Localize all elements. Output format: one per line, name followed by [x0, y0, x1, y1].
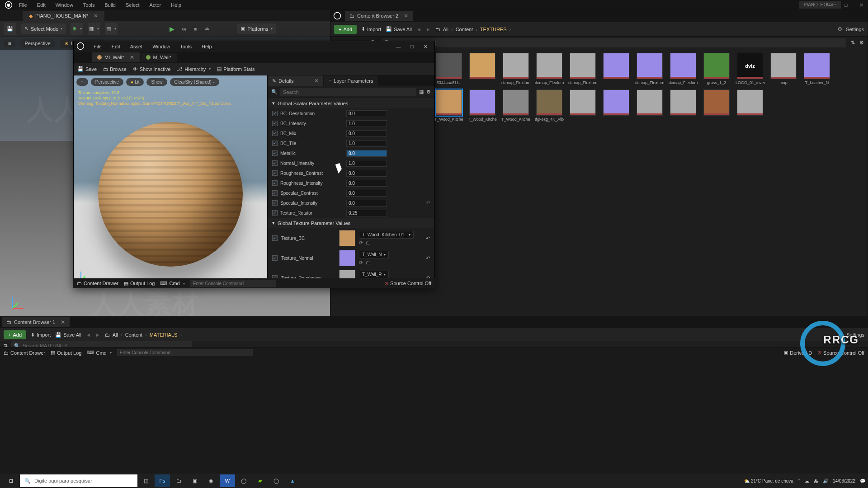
mat-menu-tools[interactable]: Tools: [175, 42, 196, 51]
tray-cloud-icon[interactable]: ☁: [805, 479, 809, 483]
import-button[interactable]: ⬇Import: [31, 332, 51, 338]
section-scalar-params[interactable]: ▾Global Scalar Parameter Values: [268, 98, 434, 108]
preview-show[interactable]: Show: [146, 78, 167, 86]
eject-button[interactable]: ⏏: [203, 24, 212, 33]
mat-tab-mi-wall[interactable]: MI_Wall* ✕: [92, 52, 140, 62]
viewport-perspective-button[interactable]: Perspective: [20, 39, 55, 47]
section-texture-params[interactable]: ▾Global Texture Parameter Values: [268, 218, 434, 228]
ue-launcher-icon[interactable]: ◯: [236, 474, 251, 487]
source-control-button[interactable]: ⊘Source Control Off: [384, 281, 431, 286]
asset-tile[interactable]: [702, 89, 731, 122]
filter-icon[interactable]: ⇅: [851, 40, 855, 46]
param-value-input[interactable]: 0.0: [346, 130, 387, 137]
preview-lit[interactable]: ● Lit: [126, 78, 144, 86]
platforms-button[interactable]: ▣ Platforms ▾: [237, 23, 276, 34]
asset-tile[interactable]: dcmap_Flexform_Ettore_rgloss_: [568, 53, 597, 85]
asset-tile[interactable]: dcmap_Flexform_Ettore_rgloss_: [635, 53, 664, 85]
param-checkbox[interactable]: ✓: [272, 141, 278, 146]
mat-tab-m-wall[interactable]: M_Wall*: [141, 53, 177, 62]
word-icon[interactable]: W: [220, 474, 235, 487]
asset-tile[interactable]: [602, 89, 631, 122]
texture-thumbnail[interactable]: [339, 230, 355, 246]
param-value-input[interactable]: 1.0: [346, 160, 387, 167]
asset-tile[interactable]: [669, 89, 698, 122]
param-value-input[interactable]: 0.0: [346, 150, 387, 157]
gear-icon[interactable]: ⚙: [426, 89, 431, 95]
explorer-icon[interactable]: 🗀: [171, 474, 186, 487]
texture-dropdown[interactable]: T_Wall_N ▾: [359, 251, 389, 258]
asset-tile[interactable]: [602, 53, 631, 85]
param-checkbox[interactable]: ✓: [272, 210, 278, 216]
close-icon[interactable]: ✕: [854, 0, 868, 10]
texture-thumbnail[interactable]: [339, 250, 355, 266]
param-checkbox[interactable]: ✓: [272, 111, 278, 116]
param-value-input[interactable]: 0.0: [346, 110, 387, 117]
chrome-icon[interactable]: ◉: [203, 474, 219, 487]
mat-menu-edit[interactable]: Edit: [107, 42, 125, 51]
asset-tile[interactable]: grass_1_2: [702, 53, 731, 85]
tab-details[interactable]: ✎Details✕: [268, 75, 323, 86]
asset-tile[interactable]: dcmap_Flexform_Ettore_diff_4_: [535, 53, 564, 85]
nvidia-icon[interactable]: ▰: [252, 474, 268, 487]
notifications-icon[interactable]: 💬: [860, 479, 865, 483]
add-button[interactable]: +Add: [4, 330, 26, 339]
use-selected-icon[interactable]: ⟳: [359, 260, 363, 266]
cmd-dropdown[interactable]: ⌨Cmd: [87, 350, 111, 356]
asset-tile[interactable]: map: [769, 53, 798, 85]
crumb-content[interactable]: Content: [125, 332, 143, 338]
param-value-input[interactable]: 0.0: [346, 200, 387, 206]
photoshop-icon[interactable]: Ps: [155, 474, 170, 487]
output-log-button[interactable]: ▤Output Log: [51, 350, 81, 356]
param-checkbox[interactable]: ✓: [272, 235, 278, 241]
console-input[interactable]: [117, 349, 253, 356]
history-back-button[interactable]: ◄: [416, 27, 421, 32]
cb1-tab[interactable]: 🗀 Content Browser 1 ✕: [2, 317, 70, 327]
output-log-button[interactable]: ▤Output Log: [124, 281, 155, 286]
mat-menu-help[interactable]: Help: [197, 42, 217, 51]
asset-tile[interactable]: T_Wood_Kitchen_01_R: [501, 89, 530, 122]
asset-tile[interactable]: dvizLOGO_01_inverse_r01: [736, 53, 764, 85]
cmd-dropdown[interactable]: ⌨Cmd: [160, 281, 184, 286]
param-checkbox[interactable]: ✓: [272, 170, 278, 176]
param-checkbox[interactable]: ✓: [272, 200, 278, 206]
platform-stats-button[interactable]: ▤Platform Stats: [217, 66, 255, 72]
store-icon[interactable]: ▣: [187, 474, 203, 487]
reset-icon[interactable]: ↶: [426, 255, 430, 261]
crumb-materials[interactable]: MATERIALS: [150, 332, 178, 338]
weather-widget[interactable]: ⛅ 21°C Panc. de chuva: [744, 479, 793, 483]
minimize-icon[interactable]: —: [824, 0, 837, 10]
settings-label[interactable]: Settings: [846, 27, 864, 32]
settings-icon[interactable]: ⚙: [859, 40, 864, 46]
tray-network-icon[interactable]: 🖧: [814, 479, 818, 483]
level-tab[interactable]: ◆ PIANO_HOUSE_MAIN* ✕: [23, 11, 104, 21]
select-mode-button[interactable]: ↖ Select Mode ▾: [21, 23, 66, 34]
reset-icon[interactable]: ↶: [426, 235, 430, 241]
param-checkbox[interactable]: ✓: [272, 131, 278, 136]
texture-dropdown[interactable]: T_Wood_Kitchen_01_ ▾: [359, 231, 414, 239]
save-button[interactable]: 💾Save: [77, 66, 97, 72]
mat-menu-file[interactable]: File: [89, 42, 106, 51]
content-drawer-button[interactable]: 🗀Content Drawer: [4, 350, 45, 356]
tray-volume-icon[interactable]: 🔊: [823, 479, 828, 483]
ue-editor-icon[interactable]: ◯: [269, 474, 284, 487]
save-all-button[interactable]: 💾Save All: [386, 26, 412, 32]
history-fwd-button[interactable]: ►: [426, 27, 431, 32]
browse-icon[interactable]: 🗀: [366, 260, 371, 266]
search-input[interactable]: 🔍 Search TEXTURES: [382, 38, 846, 47]
hierarchy-button[interactable]: ⎇Hierarchy: [177, 66, 211, 72]
tray-chevron-icon[interactable]: ˄: [798, 479, 800, 483]
save-all-button[interactable]: 💾Save All: [55, 332, 81, 338]
crumb-textures[interactable]: TEXTURES: [480, 27, 507, 32]
play-options-button[interactable]: ⋮: [214, 24, 223, 33]
param-value-input[interactable]: 0.0: [346, 170, 387, 177]
asset-tile[interactable]: [635, 89, 664, 122]
viewport-menu-button[interactable]: ≡: [76, 78, 88, 86]
param-checkbox[interactable]: ✓: [272, 180, 278, 186]
history-fwd-button[interactable]: ►: [95, 332, 100, 338]
add-button[interactable]: +Add: [334, 25, 357, 34]
asset-tile[interactable]: [568, 89, 597, 122]
param-checkbox[interactable]: ✓: [272, 190, 278, 196]
cb2-tab[interactable]: 🗀 Content Browser 2 ✕: [345, 11, 413, 21]
asset-tile[interactable]: T_Wood_Kitchen_01_BC: [434, 89, 463, 122]
param-value-input[interactable]: 0.0: [346, 190, 387, 197]
